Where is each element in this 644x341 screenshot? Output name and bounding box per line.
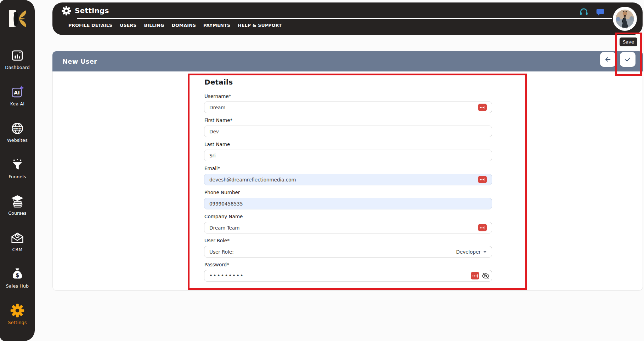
settings-gear-icon (10, 304, 24, 318)
tab-profile-details[interactable]: PROFILE DETAILS (68, 23, 112, 28)
header-divider (77, 18, 612, 19)
autofill-dots-icon[interactable] (478, 176, 487, 183)
sidebar-item-funnels[interactable]: Funnels (0, 158, 35, 179)
last-name-label: Last Name (204, 141, 492, 147)
company-label: Company Name (204, 214, 492, 219)
phone-input[interactable]: 09990458535 (204, 198, 492, 209)
company-input[interactable]: Dream Team (204, 222, 492, 233)
back-button[interactable] (600, 52, 616, 67)
company-value: Dream Team (209, 225, 239, 231)
email-input[interactable]: devesh@dreamreflectionmedia.com (204, 174, 492, 185)
sidebar-item-label: Dashboard (5, 65, 30, 70)
headphones-icon[interactable] (579, 7, 589, 17)
tab-payments[interactable]: PAYMENTS (203, 23, 230, 28)
kea-ai-icon: AI (10, 85, 24, 99)
phone-label: Phone Number (204, 190, 492, 195)
eye-slash-icon[interactable] (481, 272, 490, 280)
autofill-dots-icon[interactable] (471, 272, 479, 279)
user-role-label: User Role* (204, 238, 492, 243)
username-value: Dream (209, 105, 225, 110)
sidebar-item-label: CRM (12, 247, 23, 252)
last-name-input[interactable]: Sri (204, 150, 492, 161)
svg-text:www: www (13, 127, 22, 130)
sidebar-item-courses[interactable]: Courses (0, 194, 35, 216)
sidebar-item-label: Courses (8, 210, 27, 216)
check-icon (624, 56, 632, 63)
email-label: Email* (204, 166, 492, 171)
chat-bubble-icon[interactable] (595, 7, 605, 17)
sidebar-item-label: Sales Hub (6, 283, 29, 289)
password-value: ••••••••• (209, 273, 244, 279)
autofill-dots-icon[interactable] (478, 104, 487, 111)
first-name-value: Dev (209, 129, 219, 134)
tab-domains[interactable]: DOMAINS (171, 23, 196, 28)
svg-text:$: $ (16, 272, 19, 278)
settings-title-gear-icon (62, 6, 71, 16)
user-avatar[interactable] (613, 7, 637, 31)
websites-icon: www (10, 121, 24, 135)
phone-value: 09990458535 (209, 201, 243, 207)
sidebar: Dashboard AI Kea AI www Websites (0, 0, 35, 341)
user-role-select[interactable]: User Role: Developer (204, 246, 492, 258)
password-label: Password* (204, 262, 492, 267)
save-button[interactable] (620, 52, 635, 67)
username-label: Username* (204, 93, 492, 99)
autofill-dots-icon[interactable] (478, 224, 487, 231)
email-value: devesh@dreamreflectionmedia.com (209, 177, 296, 183)
sidebar-nav: Dashboard AI Kea AI www Websites (0, 48, 35, 325)
last-name-value: Sri (209, 153, 216, 158)
section-title: Details (204, 78, 492, 86)
avatar-photo (615, 8, 635, 29)
funnels-icon (10, 158, 24, 172)
page-title: Settings (75, 6, 109, 15)
sidebar-item-websites[interactable]: www Websites (0, 121, 35, 143)
new-user-form: Details Username* Dream First Name* Dev … (204, 78, 492, 286)
sidebar-item-kea-ai[interactable]: AI Kea AI (0, 85, 35, 106)
save-tooltip: Save (620, 37, 637, 46)
crm-icon (10, 231, 24, 245)
caret-down-icon (483, 251, 487, 253)
tab-billing[interactable]: BILLING (144, 23, 164, 28)
sidebar-item-label: Websites (7, 138, 28, 143)
svg-text:AI: AI (14, 89, 20, 96)
sidebar-item-dashboard[interactable]: Dashboard (0, 48, 35, 70)
settings-header: Settings PROFILE DETAILS USERS BILLING D… (52, 2, 643, 35)
sales-hub-icon: $ (10, 267, 24, 281)
tab-users[interactable]: USERS (120, 23, 136, 28)
tab-help-support[interactable]: HELP & SUPPORT (238, 23, 282, 28)
username-input[interactable]: Dream (204, 102, 492, 113)
settings-tabs: PROFILE DETAILS USERS BILLING DOMAINS PA… (68, 23, 282, 28)
first-name-label: First Name* (204, 117, 492, 123)
arrow-left-icon (604, 56, 612, 63)
first-name-input[interactable]: Dev (204, 126, 492, 137)
sidebar-item-label: Settings (8, 320, 27, 325)
sidebar-item-sales-hub[interactable]: $ Sales Hub (0, 267, 35, 289)
user-role-selected: Developer (456, 249, 481, 255)
kea-logo[interactable] (7, 9, 27, 28)
new-user-title: New User (62, 51, 97, 71)
sidebar-item-label: Funnels (9, 174, 26, 179)
user-role-prefix: User Role: (209, 249, 234, 255)
sidebar-item-settings[interactable]: Settings (0, 304, 35, 325)
new-user-bar: New User (52, 51, 643, 71)
password-input[interactable]: ••••••••• (204, 270, 492, 282)
dashboard-icon (10, 48, 24, 63)
sidebar-item-label: Kea AI (10, 101, 24, 106)
sidebar-item-crm[interactable]: CRM (0, 231, 35, 252)
courses-icon (10, 194, 24, 208)
user-role-dropdown[interactable]: Developer (456, 249, 487, 255)
